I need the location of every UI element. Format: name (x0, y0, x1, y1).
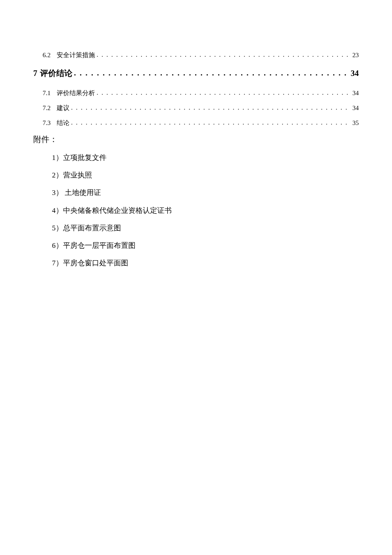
toc-title: 评价结论 (40, 68, 72, 79)
attachment-item: 4）中央储备粮代储企业资格认定证书 (33, 205, 359, 216)
toc-title: 结论 (57, 119, 69, 127)
toc-entry-7-1: 7.1 评价结果分析 34 (33, 89, 359, 97)
toc-leader (74, 68, 349, 78)
toc-number: 7.3 (43, 119, 51, 127)
toc-page: 34 (352, 105, 359, 112)
attachment-item: 7）平房仓窗口处平面图 (33, 257, 359, 269)
toc-leader (97, 89, 351, 96)
toc-number: 6.2 (43, 52, 51, 59)
toc-title: 评价结果分析 (57, 89, 95, 97)
toc-page: 34 (351, 69, 359, 78)
toc-entry-6-2: 6.2 安全计策措施 23 (33, 51, 359, 59)
toc-title: 建议 (57, 104, 69, 112)
toc-title: 安全计策措施 (57, 51, 95, 59)
attachments-list: 1）立项批复文件 2）营业执照 3） 土地使用证 4）中央储备粮代储企业资格认定… (33, 152, 359, 269)
toc-leader (71, 104, 351, 111)
toc-entry-7-2: 7.2 建议 34 (33, 104, 359, 112)
toc-leader (97, 51, 351, 58)
attachment-item: 5）总平面布置示意图 (33, 222, 359, 234)
toc-page: 35 (352, 119, 359, 127)
attachment-item: 2）营业执照 (33, 169, 359, 181)
toc-entry-7: 7 评价结论 34 (33, 68, 359, 79)
attachment-item: 3） 土地使用证 (33, 187, 359, 198)
toc-number: 7.2 (43, 105, 51, 112)
toc-page: 34 (352, 90, 359, 97)
attachment-item: 1）立项批复文件 (33, 152, 359, 163)
toc-page: 23 (352, 52, 359, 59)
attachment-item: 6）平房仓一层平面布置图 (33, 240, 359, 251)
toc-section: 6.2 安全计策措施 23 7 评价结论 34 7.1 评价结果分析 34 7.… (33, 51, 359, 127)
attachments-heading: 附件： (33, 134, 359, 145)
toc-entry-7-3: 7.3 结论 35 (33, 119, 359, 127)
toc-leader (71, 119, 351, 126)
toc-number: 7.1 (43, 90, 51, 97)
toc-number: 7 (33, 69, 37, 78)
